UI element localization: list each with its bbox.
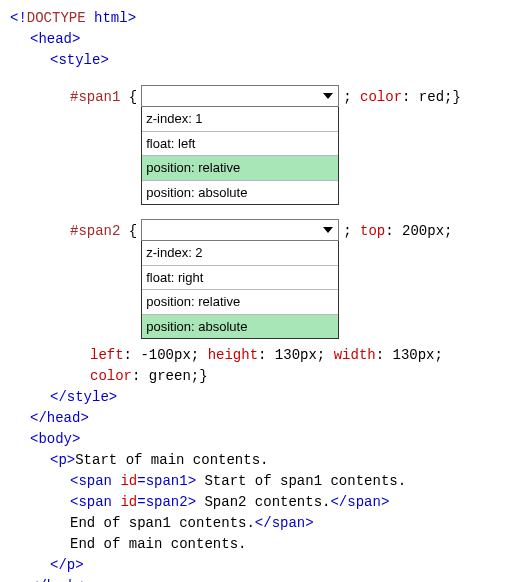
span2-text: Span2 contents. — [196, 494, 330, 510]
span1-selector: #span1 — [70, 89, 129, 105]
span2-close: </span> — [330, 494, 389, 510]
svg-marker-1 — [323, 227, 333, 233]
span1-option-1[interactable]: float: left — [142, 132, 338, 157]
style-open: <style> — [10, 50, 517, 71]
doctype-close: > — [128, 10, 136, 26]
rule2-sep: ; — [343, 223, 360, 239]
p-open: <p> — [50, 452, 75, 468]
brace-open: { — [129, 89, 137, 105]
rule1-prop: color — [360, 89, 402, 105]
code-line-cont1: left: -100px; height: 130px; width: 130p… — [10, 345, 517, 366]
rule-span1-left: #span1 { — [10, 85, 137, 108]
span2-tag-a: <span — [70, 494, 120, 510]
span1-line: <span id=span1> Start of span1 contents. — [10, 471, 517, 492]
span1-close: </span> — [255, 515, 314, 531]
span1-option-3[interactable]: position: absolute — [142, 181, 338, 205]
rule2-prop: top — [360, 223, 385, 239]
rule1-val: : red;} — [402, 89, 461, 105]
span2-combo-wrap: z-index: 2 float: right position: relati… — [141, 219, 339, 339]
span1-tag-a: <span — [70, 473, 120, 489]
doctype-rest: html — [86, 10, 128, 26]
chevron-down-icon — [320, 222, 336, 238]
span2-tag-b: id — [120, 494, 137, 510]
span1-option-2[interactable]: position: relative — [142, 156, 338, 181]
rule1-sep: ; — [343, 89, 360, 105]
body-close: </body> — [10, 576, 517, 582]
val-color: : green;} — [132, 368, 208, 384]
span2-option-0[interactable]: z-index: 2 — [142, 241, 338, 266]
doctype-word: DOCTYPE — [27, 10, 86, 26]
prop-color: color — [90, 368, 132, 384]
head-close: </head> — [10, 408, 517, 429]
span1-listbox: z-index: 1 float: left position: relativ… — [141, 107, 339, 205]
svg-marker-0 — [323, 93, 333, 99]
span1-option-0[interactable]: z-index: 1 — [142, 107, 338, 132]
end-span1-text: End of span1 contents. — [70, 515, 255, 531]
rule-span1-right: ; color: red;} — [343, 85, 461, 108]
body-open: <body> — [10, 429, 517, 450]
span2-tag-c: =span2> — [137, 494, 196, 510]
span2-option-2[interactable]: position: relative — [142, 290, 338, 315]
brace-open-2: { — [129, 223, 137, 239]
val-left: : -100px; — [124, 347, 208, 363]
span2-selector: #span2 — [70, 223, 129, 239]
doctype-open: <! — [10, 10, 27, 26]
span1-combo-wrap: z-index: 1 float: left position: relativ… — [141, 85, 339, 205]
rule-span2-right: ; top: 200px; — [343, 219, 452, 242]
span2-option-1[interactable]: float: right — [142, 266, 338, 291]
rule-span1-row: #span1 { z-index: 1 float: left position… — [10, 85, 517, 205]
code-line-cont2: color: green;} — [10, 366, 517, 387]
span2-listbox: z-index: 2 float: right position: relati… — [141, 241, 339, 339]
head-open: <head> — [10, 29, 517, 50]
rule-span2-row: #span2 { z-index: 2 float: right positio… — [10, 219, 517, 339]
end-main-line: End of main contents. — [10, 534, 517, 555]
end-span1-line: End of span1 contents.</span> — [10, 513, 517, 534]
span1-tag-b: id — [120, 473, 137, 489]
p-close: </p> — [10, 555, 517, 576]
span1-tag-c: =span1> — [137, 473, 196, 489]
rule2-val: : 200px; — [385, 223, 452, 239]
chevron-down-icon — [320, 88, 336, 104]
prop-width: width — [334, 347, 376, 363]
p-open-line: <p>Start of main contents. — [10, 450, 517, 471]
span2-line: <span id=span2> Span2 contents.</span> — [10, 492, 517, 513]
span2-option-3[interactable]: position: absolute — [142, 315, 338, 339]
val-width: : 130px; — [376, 347, 443, 363]
code-line: <!DOCTYPE html> — [10, 8, 517, 29]
val-height: : 130px; — [258, 347, 334, 363]
style-close: </style> — [10, 387, 517, 408]
prop-height: height — [208, 347, 258, 363]
rule-span2-left: #span2 { — [10, 219, 137, 242]
span2-dropdown[interactable] — [141, 219, 339, 241]
prop-left: left — [90, 347, 124, 363]
p-text1: Start of main contents. — [75, 452, 268, 468]
span1-dropdown[interactable] — [141, 85, 339, 107]
span1-text: Start of span1 contents. — [196, 473, 406, 489]
